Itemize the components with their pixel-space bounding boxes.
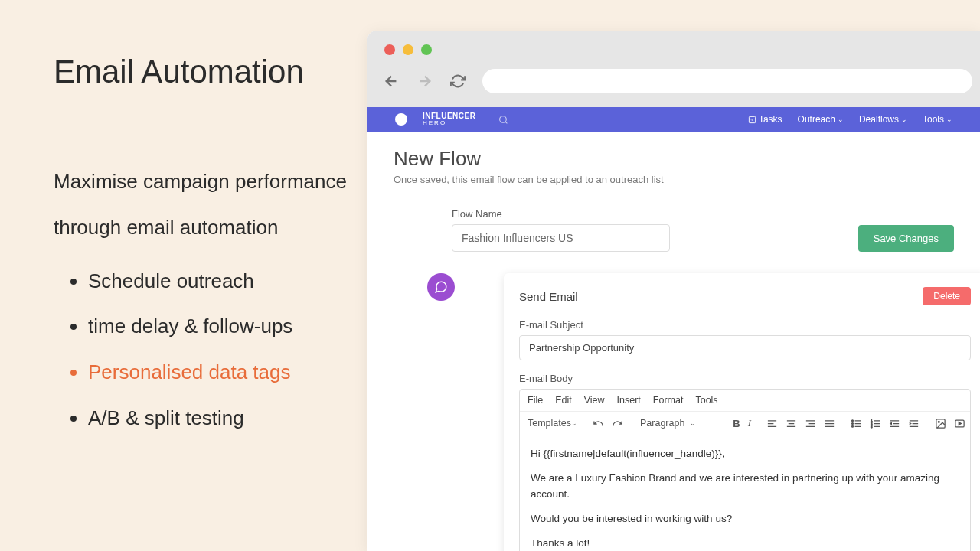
undo-icon[interactable] — [593, 418, 604, 429]
svg-point-2 — [852, 419, 854, 421]
list-bullet-icon[interactable] — [851, 418, 862, 429]
menu-format[interactable]: Format — [653, 395, 684, 406]
svg-point-9 — [938, 421, 939, 422]
redo-icon[interactable] — [612, 418, 623, 429]
bold-icon[interactable]: B — [733, 418, 740, 429]
email-step: Send Email Delete E-mail Subject E-mail … — [452, 273, 954, 551]
feature-list: Schedule outreach time delay & follow-up… — [54, 259, 352, 442]
page-title: Email Automation — [54, 54, 352, 90]
logo-icon — [395, 113, 407, 126]
outdent-icon[interactable] — [889, 418, 900, 429]
feature-item-highlighted: Personalised data tags — [88, 350, 352, 396]
menu-file[interactable]: File — [528, 395, 543, 406]
subject-label: E-mail Subject — [519, 319, 971, 331]
nav-dealflows[interactable]: Dealflows⌄ — [859, 114, 907, 125]
indent-icon[interactable] — [908, 418, 920, 429]
flow-name-input[interactable] — [452, 224, 670, 252]
image-icon[interactable] — [935, 418, 946, 429]
maximize-icon[interactable] — [421, 44, 432, 55]
chat-icon — [427, 273, 455, 301]
tasks-icon — [748, 116, 756, 124]
editor-toolbar: Templates ⌄ Paragraph ⌄ B I — [520, 412, 970, 435]
nav-tools[interactable]: Tools⌄ — [923, 114, 952, 125]
align-left-icon[interactable] — [766, 418, 778, 429]
logo-text: INFLUENCER HERO — [423, 112, 475, 126]
email-line: Hi {{firstname|default(influencer_handle… — [531, 446, 959, 461]
page-content: New Flow Once saved, this email flow can… — [368, 132, 980, 551]
svg-text:3: 3 — [871, 425, 872, 428]
feature-item: Schedule outreach — [88, 259, 352, 305]
feature-item: time delay & follow-ups — [88, 304, 352, 350]
url-bar[interactable] — [482, 69, 972, 93]
page-subtitle: Maximise campaign performance through em… — [54, 159, 352, 251]
feature-item: A/B & split testing — [88, 396, 352, 442]
chevron-down-icon: ⌄ — [690, 419, 696, 427]
email-line: We are a Luxury Fashion Brand and we are… — [531, 471, 959, 502]
subject-input[interactable] — [519, 335, 971, 360]
chevron-down-icon: ⌄ — [901, 116, 907, 123]
svg-point-3 — [852, 422, 854, 424]
close-icon[interactable] — [384, 44, 395, 55]
search-icon[interactable] — [498, 115, 508, 125]
traffic-lights — [368, 31, 980, 55]
flow-row: Flow Name Save Changes — [394, 208, 954, 252]
reload-icon[interactable] — [450, 73, 466, 89]
browser-chrome — [368, 31, 980, 107]
align-right-icon[interactable] — [805, 418, 816, 429]
editor-menubar: File Edit View Insert Format Tools — [520, 390, 970, 412]
save-button[interactable]: Save Changes — [858, 225, 954, 252]
list-number-icon[interactable]: 123 — [870, 418, 881, 429]
templates-dropdown[interactable]: Templates ⌄ — [528, 418, 577, 429]
chevron-down-icon: ⌄ — [571, 419, 577, 427]
flow-name-label: Flow Name — [452, 208, 670, 220]
browser-window: INFLUENCER HERO Tasks Outreach⌄ Dealflow… — [368, 31, 980, 551]
align-justify-icon[interactable] — [824, 418, 835, 429]
nav-tasks[interactable]: Tasks — [748, 114, 782, 125]
page-description: Once saved, this email flow can be appli… — [394, 174, 954, 185]
chevron-down-icon: ⌄ — [946, 116, 952, 123]
video-icon[interactable] — [954, 418, 965, 429]
email-line: Would you be interested in working with … — [531, 511, 959, 527]
page-heading: New Flow — [394, 147, 954, 171]
menu-insert[interactable]: Insert — [617, 395, 641, 406]
email-line: Thanks a lot! — [531, 536, 959, 551]
menu-view[interactable]: View — [584, 395, 605, 406]
body-label: E-mail Body — [519, 373, 971, 384]
minimize-icon[interactable] — [403, 44, 413, 55]
align-center-icon[interactable] — [786, 418, 797, 429]
svg-point-4 — [852, 425, 854, 427]
browser-toolbar — [368, 55, 980, 93]
email-card: Send Email Delete E-mail Subject E-mail … — [504, 273, 980, 551]
nav-outreach[interactable]: Outreach⌄ — [798, 114, 844, 125]
flow-name-group: Flow Name — [452, 208, 670, 252]
card-title: Send Email — [519, 290, 578, 303]
chevron-down-icon: ⌄ — [838, 116, 844, 123]
rich-text-editor: File Edit View Insert Format Tools Templ… — [519, 389, 971, 551]
back-icon[interactable] — [383, 73, 400, 90]
svg-point-0 — [500, 116, 507, 122]
paragraph-dropdown[interactable]: Paragraph ⌄ — [639, 418, 717, 429]
app-header: INFLUENCER HERO Tasks Outreach⌄ Dealflow… — [368, 107, 980, 132]
italic-icon[interactable]: I — [748, 417, 751, 429]
forward-icon[interactable] — [416, 73, 433, 90]
marketing-left-panel: Email Automation Maximise campaign perfo… — [54, 54, 352, 442]
menu-edit[interactable]: Edit — [555, 395, 572, 406]
editor-body[interactable]: Hi {{firstname|default(influencer_handle… — [520, 435, 970, 551]
menu-tools[interactable]: Tools — [695, 395, 717, 406]
delete-button[interactable]: Delete — [923, 287, 971, 305]
